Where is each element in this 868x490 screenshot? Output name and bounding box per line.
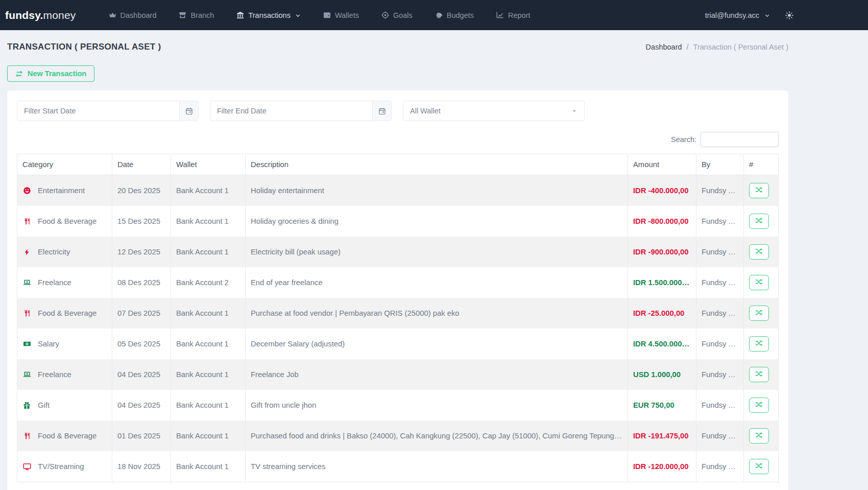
calendar-icon[interactable] — [179, 101, 198, 121]
nav-item-report[interactable]: Report — [496, 11, 531, 19]
utensils-icon — [22, 432, 31, 439]
table-row: Entertainment20 Des 2025Bank Account 1Ho… — [17, 175, 779, 206]
shuffle-icon — [755, 217, 763, 226]
breadcrumb: Dashboard / Transaction ( Personal Aset … — [646, 43, 788, 51]
shuffle-icon — [755, 309, 763, 318]
transaction-action-button[interactable] — [749, 398, 769, 413]
wallet-cell: Bank Account 1 — [171, 421, 246, 451]
wallet-cell: Bank Account 1 — [171, 175, 246, 206]
actions-bar: New Transaction — [7, 65, 788, 82]
exchange-icon — [15, 70, 23, 78]
transaction-action-button[interactable] — [749, 367, 769, 382]
amount-cell: EUR 750,00 — [628, 390, 696, 421]
crown-icon — [109, 11, 116, 19]
date-cell: 08 Des 2025 — [112, 267, 171, 298]
date-cell: 15 Des 2025 — [112, 206, 171, 237]
category-label: Electricity — [38, 248, 70, 256]
amount-cell: USD 1.000,00 — [628, 359, 696, 390]
transactions-card: All Wallet Search: Category Date Wallet … — [7, 90, 788, 490]
table-row: TV/Streaming18 Nov 2025Bank Account 1TV … — [17, 451, 779, 482]
filter-end-date-input[interactable] — [210, 101, 372, 121]
bank-icon — [236, 11, 244, 19]
table-row: Food & Beverage07 Des 2025Bank Account 1… — [17, 298, 779, 329]
app-logo[interactable]: fundsy.money — [5, 9, 76, 21]
table-row: Gift04 Des 2025Bank Account 1Gift from u… — [17, 390, 779, 421]
breadcrumb-separator: / — [687, 43, 689, 51]
transaction-action-button[interactable] — [749, 275, 769, 290]
wallet-cell: Bank Account 1 — [171, 451, 246, 482]
chevron-down-icon — [295, 13, 301, 18]
breadcrumb-dashboard[interactable]: Dashboard — [646, 43, 682, 51]
nav-item-goals[interactable]: Goals — [381, 11, 413, 19]
filter-start-date-group — [17, 101, 199, 121]
piggy-icon — [435, 11, 443, 19]
nav-item-wallets[interactable]: Wallets — [323, 11, 359, 19]
shuffle-icon — [755, 401, 763, 410]
nav-item-transactions[interactable]: Transactions — [236, 11, 300, 19]
col-by[interactable]: By — [696, 154, 744, 175]
col-date[interactable]: Date — [112, 154, 171, 175]
amount-cell: IDR -120.000,00 — [628, 451, 696, 482]
category-label: Gift — [38, 401, 50, 409]
nav-item-label: Wallets — [335, 11, 359, 19]
description-cell: Purchase at food vendor | Pembayaran QRI… — [246, 298, 628, 329]
target-icon — [381, 11, 389, 19]
date-cell: 01 Des 2025 — [112, 421, 171, 451]
transaction-action-button[interactable] — [749, 214, 769, 229]
category-label: Freelance — [38, 278, 71, 287]
table-row: Freelance04 Des 2025Bank Account 1Freela… — [17, 359, 779, 390]
transaction-action-button[interactable] — [749, 428, 769, 444]
amount-cell: IDR -191.475,00 — [628, 421, 696, 451]
category-label: TV/Streaming — [38, 462, 84, 471]
theme-toggle-sun-icon[interactable] — [785, 11, 793, 19]
laptop-icon — [22, 278, 31, 287]
utensils-icon — [22, 310, 31, 317]
wallet-select[interactable]: All Wallet — [403, 101, 585, 121]
category-label: Food & Beverage — [38, 309, 97, 317]
wallet-cell: Bank Account 1 — [171, 298, 246, 329]
by-cell: Fundsy Acc — [696, 329, 744, 359]
transaction-action-button[interactable] — [749, 306, 769, 321]
date-cell: 04 Des 2025 — [112, 390, 171, 421]
shuffle-icon — [755, 431, 763, 440]
shuffle-icon — [755, 247, 763, 256]
nav-item-budgets[interactable]: Budgets — [435, 11, 474, 19]
description-cell: December Salary (adjusted) — [246, 329, 628, 359]
transaction-action-button[interactable] — [749, 183, 769, 198]
description-cell: Purchased food and drinks | Bakso (24000… — [246, 421, 628, 451]
wallet-cell: Bank Account 1 — [171, 359, 246, 390]
by-cell: Fundsy Acc — [696, 421, 744, 451]
transaction-action-button[interactable] — [749, 336, 769, 352]
transaction-action-button[interactable] — [749, 459, 769, 474]
category-label: Salary — [38, 340, 59, 348]
col-category[interactable]: Category — [17, 154, 112, 175]
page-content: TRANSACTION ( PERSONAL ASET ) Dashboard … — [7, 42, 788, 490]
search-label: Search: — [671, 135, 696, 144]
description-cell: Holiday groceries & dining — [246, 206, 628, 237]
nav-item-dashboard[interactable]: Dashboard — [109, 11, 157, 19]
nav-item-label: Budgets — [447, 11, 474, 19]
search-input[interactable] — [701, 132, 779, 147]
by-cell: Fundsy Acc — [696, 175, 744, 206]
description-cell: TV streaming services — [246, 451, 628, 482]
calendar-icon[interactable] — [372, 101, 391, 121]
nav-item-label: Branch — [190, 11, 214, 19]
description-cell: Gift from uncle jhon — [246, 390, 628, 421]
amount-cell: IDR -900.000,00 — [628, 237, 696, 267]
col-amount[interactable]: Amount — [628, 154, 696, 175]
utensils-icon — [22, 218, 31, 225]
account-menu[interactable]: trial@fundsy.acc — [705, 11, 770, 19]
nav-item-branch[interactable]: Branch — [179, 11, 214, 19]
date-cell: 05 Des 2025 — [112, 329, 171, 359]
transaction-action-button[interactable] — [749, 244, 769, 260]
description-cell: End of year freelance — [246, 267, 628, 298]
new-transaction-button[interactable]: New Transaction — [7, 65, 94, 82]
by-cell: Fundsy Acc — [696, 298, 744, 329]
category-label: Freelance — [38, 370, 71, 379]
col-wallet[interactable]: Wallet — [171, 154, 246, 175]
filters-row: All Wallet — [17, 101, 779, 121]
col-description[interactable]: Description — [246, 154, 628, 175]
account-email: trial@fundsy.acc — [705, 11, 759, 19]
top-navbar: fundsy.money DashboardBranchTransactions… — [0, 0, 868, 30]
filter-start-date-input[interactable] — [17, 101, 179, 121]
